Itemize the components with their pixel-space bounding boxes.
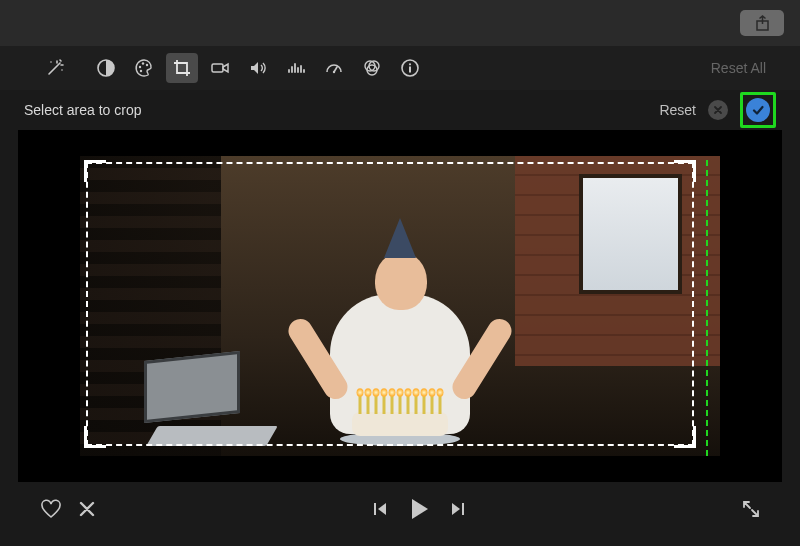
video-content-cake: [335, 396, 465, 446]
video-preview-area[interactable]: [18, 130, 782, 482]
crop-handle-bottom-left[interactable]: [84, 426, 106, 448]
adjust-toolbar: Reset All: [0, 46, 800, 90]
stabilization-button[interactable]: [204, 53, 236, 83]
color-palette-icon: [134, 58, 154, 78]
crop-handle-bottom-right[interactable]: [674, 426, 696, 448]
auto-enhance-button[interactable]: [39, 53, 71, 83]
svg-point-14: [409, 63, 411, 65]
svg-point-1: [50, 61, 52, 63]
playback-bar: [0, 482, 800, 536]
window-titlebar: [0, 0, 800, 46]
video-content-laptop: [144, 356, 284, 446]
svg-point-4: [139, 66, 141, 68]
share-icon: [755, 15, 770, 31]
skip-forward-icon: [450, 501, 466, 517]
skip-back-icon: [372, 501, 388, 517]
checkmark-icon: [751, 103, 765, 117]
reject-button[interactable]: [78, 500, 96, 518]
color-filter-icon: [362, 58, 382, 78]
color-balance-icon: [96, 58, 116, 78]
speedometer-icon: [324, 58, 344, 78]
tool-group: [90, 53, 426, 83]
apply-crop-button[interactable]: [746, 98, 770, 122]
color-filter-button[interactable]: [356, 53, 388, 83]
video-camera-icon: [210, 58, 230, 78]
svg-point-7: [140, 70, 142, 72]
fullscreen-icon: [742, 500, 760, 518]
crop-subbar: Select area to crop Reset: [0, 90, 800, 130]
cancel-crop-button[interactable]: [708, 100, 728, 120]
svg-point-9: [333, 71, 335, 73]
speed-button[interactable]: [318, 53, 350, 83]
crop-handle-top-left[interactable]: [84, 160, 106, 182]
svg-point-6: [146, 64, 148, 66]
cancel-icon: [713, 105, 723, 115]
crop-handle-top-right[interactable]: [674, 160, 696, 182]
reset-crop-button[interactable]: Reset: [659, 102, 696, 118]
color-balance-button[interactable]: [90, 53, 122, 83]
apply-highlight-box: [740, 92, 776, 128]
x-icon: [78, 500, 96, 518]
reset-all-button[interactable]: Reset All: [711, 60, 780, 76]
svg-rect-8: [212, 64, 223, 72]
svg-rect-16: [374, 503, 376, 515]
volume-icon: [248, 58, 268, 78]
next-frame-button[interactable]: [450, 501, 466, 517]
play-button[interactable]: [408, 497, 430, 521]
svg-point-5: [142, 62, 144, 64]
color-correction-button[interactable]: [128, 53, 160, 83]
svg-point-2: [61, 69, 63, 71]
share-button[interactable]: [740, 10, 784, 36]
audio-equalizer-icon: [286, 58, 306, 78]
crop-icon: [172, 58, 192, 78]
volume-button[interactable]: [242, 53, 274, 83]
noise-reduction-button[interactable]: [280, 53, 312, 83]
previous-frame-button[interactable]: [372, 501, 388, 517]
svg-rect-15: [409, 67, 411, 73]
video-frame: [80, 156, 720, 456]
heart-icon: [40, 499, 62, 519]
crop-instruction-label: Select area to crop: [24, 102, 142, 118]
info-icon: [400, 58, 420, 78]
magic-wand-icon: [45, 58, 65, 78]
favorite-button[interactable]: [40, 499, 62, 519]
crop-button[interactable]: [166, 53, 198, 83]
clip-info-button[interactable]: [394, 53, 426, 83]
svg-rect-17: [462, 503, 464, 515]
fullscreen-button[interactable]: [742, 500, 760, 518]
play-icon: [408, 497, 430, 521]
